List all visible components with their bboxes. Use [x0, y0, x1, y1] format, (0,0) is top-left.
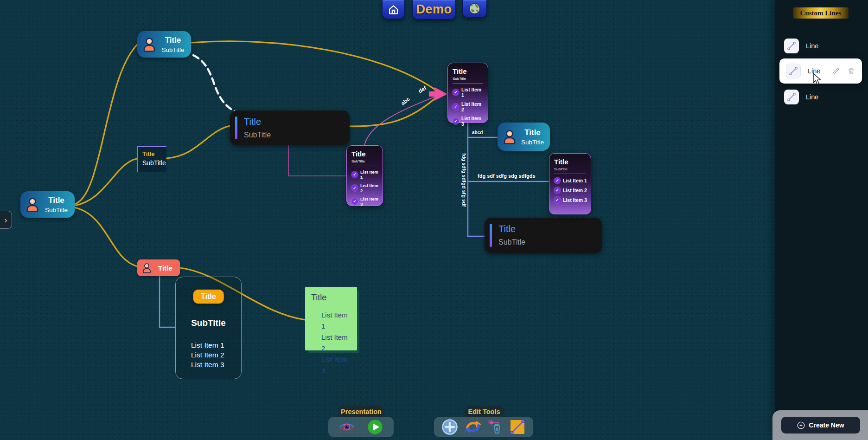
check-icon [351, 185, 358, 191]
delete-node-button[interactable] [488, 419, 504, 435]
edit-tools-label: Edit Tools [468, 408, 500, 415]
node-dark-2[interactable]: Title SubTitle [485, 218, 602, 253]
node-subtitle: SubTitle [160, 46, 186, 53]
line-tool-icon [509, 419, 526, 435]
presentation-label: Presentation [341, 408, 382, 415]
list-item-label: List Item 3 [321, 354, 353, 376]
create-new-button[interactable]: Create New [781, 417, 860, 434]
node-subtitle: SubTitle [520, 139, 545, 146]
edge-label-abc: abc [400, 96, 411, 107]
list-item-label: List Item 1 [563, 178, 587, 183]
node-title: Title [351, 150, 380, 158]
panel-title-badge: Custom Lines [793, 7, 849, 19]
custom-line-button[interactable] [509, 419, 526, 435]
presentation-toolbar [328, 417, 394, 437]
check-icon [554, 197, 561, 203]
card-title-badge: Title [192, 289, 224, 304]
edit-line-button[interactable] [831, 67, 840, 76]
node-salmon[interactable]: Title [137, 259, 180, 276]
list-item-label: List Item 2 [191, 350, 224, 360]
list-item-label: List Item 1 [360, 169, 380, 180]
home-icon [387, 3, 400, 16]
list-item: List Item 2 [351, 183, 380, 193]
list-item-label: List Item 2 [321, 332, 353, 354]
node-top[interactable]: Title SubTitle [137, 31, 191, 58]
node-dark-1[interactable]: Title SubTitle [230, 110, 350, 145]
list-item-label: List Item 3 [461, 116, 485, 127]
list-item-label: List Item 1 [191, 340, 224, 350]
mindmap-canvas[interactable]: def abc abcd fdg sdf sdfg sdg sdfgds fdg… [0, 0, 868, 440]
node-purple-a[interactable]: Title SubTitle List Item 1 List Item 2 L… [447, 63, 488, 123]
presentation-tab: Presentation [339, 406, 383, 417]
add-node-button[interactable] [441, 419, 458, 435]
play-button[interactable] [367, 419, 383, 435]
edge-label-vertical: fdg sdfg sdfgd sfg sdf [461, 153, 467, 207]
delete-node-icon [488, 419, 504, 435]
line-item-3[interactable]: Line [784, 89, 818, 105]
node-title: Title [43, 196, 70, 205]
node-purple-c[interactable]: Title SubTitle List Item 1 List Item 2 L… [549, 153, 591, 214]
add-circle-icon [441, 419, 458, 435]
line-item-1[interactable]: Line [784, 38, 818, 54]
list-item: List Item 3 [554, 197, 588, 203]
divider [775, 29, 868, 29]
chevron-right-icon: › [4, 215, 7, 224]
line-item-2[interactable]: Line [779, 58, 862, 84]
line-item-label: Line [806, 93, 818, 101]
globe-button[interactable] [462, 0, 487, 18]
node-green[interactable]: Title List Item 1 List Item 2 List Item … [305, 287, 357, 350]
edge-label-abcd: abcd [472, 130, 483, 135]
node-teal[interactable]: Title SubTitle [498, 123, 550, 151]
person-icon [24, 196, 41, 213]
line-icon [786, 64, 801, 78]
node-title: Title [244, 116, 345, 127]
list-item-label: List Item 3 [360, 196, 380, 207]
node-title: Title [160, 36, 186, 45]
check-icon [351, 198, 358, 205]
list-item: List Item 2 [453, 101, 485, 112]
person-icon [141, 262, 153, 274]
node-title: Title [311, 293, 353, 303]
custom-lines-panel: Custom Lines Line Line [775, 0, 868, 440]
map-title-button[interactable]: Demo [412, 0, 456, 19]
divider [351, 166, 378, 166]
list-item-label: List Item 2 [563, 188, 587, 193]
person-icon [501, 129, 518, 145]
edit-tools-tab: Edit Tools [465, 406, 504, 417]
line-icon [784, 90, 799, 104]
trash-icon [847, 67, 855, 75]
node-subtitle: SubTitle [43, 207, 70, 214]
node-purple-b[interactable]: Title SubTitle List Item 1 List Item 2 L… [346, 145, 383, 206]
check-icon [453, 104, 459, 110]
node-subtitle: SubTitle [498, 238, 598, 246]
globe-icon [468, 2, 481, 15]
panel-title: Custom Lines [800, 9, 842, 17]
card-subtitle: SubTitle [176, 318, 241, 328]
card-list: List Item 1 List Item 2 List Item 3 [191, 340, 224, 369]
node-outline-card[interactable]: Title SubTitle List Item 1 List Item 2 L… [175, 277, 242, 379]
left-panel-expander[interactable]: › [0, 211, 12, 229]
node-title: Title [142, 150, 162, 157]
node-subtitle: SubTitle [453, 77, 485, 81]
refresh-icon [464, 419, 482, 435]
node-root[interactable]: Title SubTitle [20, 191, 75, 218]
node-title: Title [554, 158, 588, 166]
edge-label-horizontal: fdg sdf sdfg sdg sdfgds [478, 173, 536, 179]
list-item: List Item 1 [351, 169, 380, 180]
refresh-button[interactable] [464, 419, 482, 435]
list-item-label: List Item 3 [191, 360, 224, 369]
line-icon [784, 39, 799, 53]
preview-eye-icon [338, 421, 355, 433]
list-item-label: List Item 2 [360, 183, 380, 193]
delete-line-button[interactable] [847, 67, 855, 75]
check-icon [351, 171, 358, 178]
check-icon [453, 89, 459, 96]
divider [554, 174, 586, 174]
row-actions [831, 67, 855, 76]
node-title: Title [158, 264, 172, 272]
line-item-label: Line [808, 67, 820, 75]
node-small[interactable]: Title SubTitle [137, 146, 166, 172]
node-title: Title [520, 128, 545, 137]
home-button[interactable] [382, 0, 405, 19]
preview-button[interactable] [338, 421, 355, 433]
